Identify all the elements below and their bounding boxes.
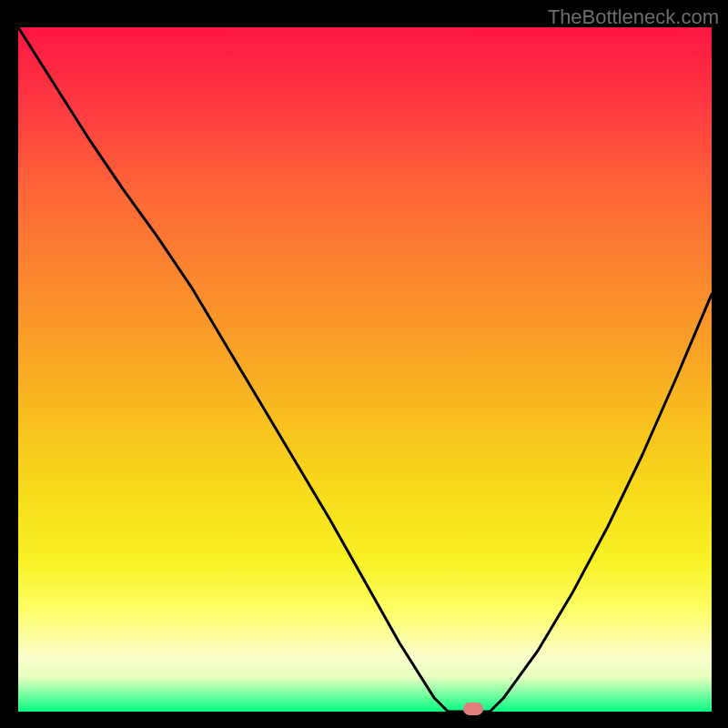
optimal-marker: [463, 703, 483, 715]
bottleneck-curve: [18, 27, 712, 712]
watermark-text: TheBottleneck.com: [548, 5, 719, 29]
plot-area: [18, 27, 712, 712]
